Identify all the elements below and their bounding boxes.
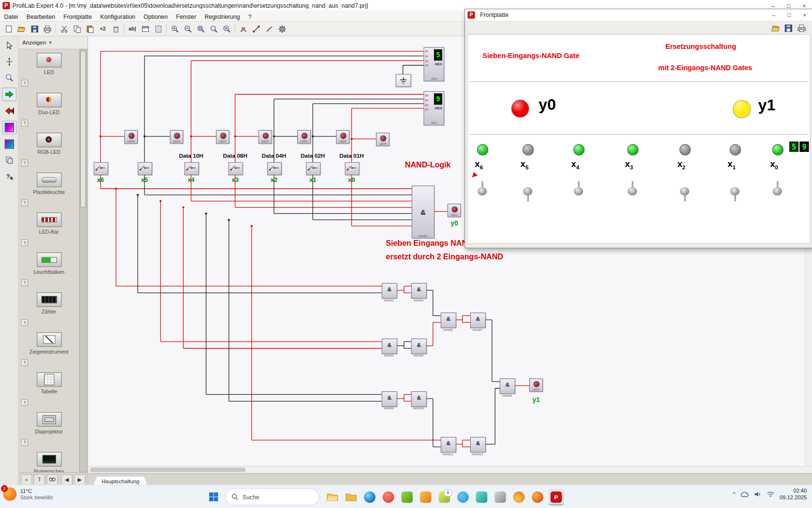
nand-gate[interactable]: &: [382, 391, 397, 407]
nand1-gate[interactable]: & NAND1: [412, 186, 435, 239]
palette-item-zaehler[interactable]: Zähler?: [19, 289, 79, 329]
taskbar-app-flame[interactable]: [511, 489, 527, 505]
taskbar-app-telegram[interactable]: [455, 489, 471, 505]
context-help-icon[interactable]: ?: [2, 170, 16, 182]
toggle-switch[interactable]: [626, 181, 638, 202]
switch-component[interactable]: [184, 162, 199, 175]
menu-fenster[interactable]: Fenster: [172, 13, 201, 19]
nand-gate[interactable]: &: [500, 378, 515, 394]
probe-tool-icon[interactable]: [262, 23, 276, 35]
led-component[interactable]: LED4: [297, 130, 311, 144]
panel-values-mode-icon[interactable]: [2, 138, 16, 150]
help-icon[interactable]: ?: [21, 359, 28, 366]
collapse-palette-icon[interactable]: «: [21, 474, 32, 485]
wifi-icon[interactable]: [767, 491, 775, 497]
palette-item-numerisches-display[interactable]: Numerisches Display?: [19, 448, 79, 472]
print-icon[interactable]: [41, 23, 54, 35]
led-component[interactable]: LED2: [529, 378, 543, 392]
volume-icon[interactable]: [754, 491, 762, 497]
menu-registrierung[interactable]: Registrierung: [201, 13, 244, 19]
toggle-switch[interactable]: [522, 181, 534, 202]
palette-item-plastikleuchte[interactable]: Plastikleuchte?: [19, 169, 79, 209]
led-component[interactable]: LED6: [336, 130, 349, 144]
weather-widget[interactable]: 2 11°C Stark bewölkt: [3, 487, 53, 501]
palette-item-leuchtbalken[interactable]: Leuchtbalken?: [19, 249, 79, 289]
led-component[interactable]: LED1: [448, 204, 461, 217]
help-icon[interactable]: ?: [21, 80, 28, 87]
text-tool-icon[interactable]: ab|: [126, 23, 139, 35]
ground-component[interactable]: [396, 74, 411, 87]
nand-gate[interactable]: &: [441, 313, 456, 328]
taskbar-app-profilab[interactable]: P: [549, 489, 564, 505]
cloud-icon[interactable]: [740, 491, 750, 497]
duplicate-window-icon[interactable]: [2, 154, 16, 166]
switch-component[interactable]: [229, 162, 243, 175]
led-component[interactable]: LED8: [376, 133, 390, 146]
palette-item-zeigerinstrument[interactable]: Zeigerinstrument?: [19, 329, 79, 369]
scrollbar-thumb[interactable]: [80, 51, 86, 208]
taskbar-app-orange[interactable]: [418, 489, 434, 505]
settings-gear-icon[interactable]: [276, 23, 289, 35]
palette-item-duo-led[interactable]: Duo-LED?: [19, 89, 79, 129]
open-icon[interactable]: [15, 23, 28, 35]
nand-gate[interactable]: &: [411, 283, 427, 299]
new-icon[interactable]: [2, 23, 15, 35]
taskbar-app-folder[interactable]: [343, 489, 359, 505]
zoom-tool-icon[interactable]: [2, 72, 16, 84]
led-component[interactable]: LED7: [216, 130, 230, 144]
taskbar-app-edge[interactable]: [362, 489, 377, 505]
start-button[interactable]: [205, 489, 221, 505]
palette-item-diaprojektor[interactable]: Diaprojektor?: [19, 408, 79, 448]
led-component[interactable]: LED9: [124, 130, 138, 144]
canvas-horizontal-scrollbar[interactable]: [88, 466, 812, 473]
help-icon[interactable]: ?: [21, 160, 28, 166]
panel-design-mode-icon[interactable]: [2, 121, 16, 134]
menu-bearbeiten[interactable]: Bearbeiten: [22, 13, 59, 19]
print-icon[interactable]: [797, 24, 806, 32]
tray-chevron-icon[interactable]: ^: [733, 491, 736, 497]
zoom-fit-icon[interactable]: [207, 23, 220, 35]
help-icon[interactable]: ?: [21, 319, 28, 326]
palette-scrollbar[interactable]: [79, 49, 87, 472]
taskbar-app-teal[interactable]: [474, 489, 489, 505]
search-input[interactable]: Suche: [225, 488, 319, 505]
nand-gate[interactable]: &: [411, 339, 427, 354]
wire-tool-icon[interactable]: [249, 23, 262, 35]
taskbar-clock[interactable]: 02:40 09.12.2025: [780, 487, 807, 501]
minimize-button[interactable]: –: [766, 10, 782, 20]
switch-component[interactable]: [267, 162, 282, 175]
menu-frontplatte[interactable]: Frontplatte: [59, 13, 96, 19]
paste-icon[interactable]: [84, 23, 97, 35]
open-icon[interactable]: [771, 24, 780, 32]
report-icon[interactable]: [152, 23, 165, 35]
palette-item-led-bar[interactable]: LED-Bar?: [19, 209, 79, 249]
frontplatte-titlebar[interactable]: P Frontplatte – □ ×: [465, 9, 812, 21]
help-icon[interactable]: ?: [21, 200, 28, 207]
help-icon[interactable]: ?: [21, 239, 28, 246]
toggle-switch[interactable]: [729, 181, 741, 202]
maximize-button[interactable]: □: [782, 10, 797, 20]
nand-gate[interactable]: &: [411, 391, 427, 407]
switch-component[interactable]: [94, 162, 108, 175]
switch-component[interactable]: [138, 162, 152, 175]
close-button[interactable]: ×: [797, 10, 812, 20]
zoom-selection-icon[interactable]: [220, 23, 233, 35]
cut-icon[interactable]: [58, 23, 71, 35]
nand-gate[interactable]: &: [382, 339, 397, 354]
scrollbar-thumb[interactable]: [90, 468, 245, 473]
help-icon[interactable]: ?: [21, 439, 28, 446]
taskbar-app-installer[interactable]: [493, 489, 508, 505]
help-icon[interactable]: ?: [21, 120, 28, 127]
stop-simulation-button[interactable]: [2, 105, 16, 117]
palette-item-rgb-led[interactable]: RGB-LED?: [19, 129, 79, 169]
menu-datei[interactable]: Datei: [0, 13, 22, 19]
nand-gate[interactable]: &: [470, 437, 486, 452]
next-page-icon[interactable]: ▶: [74, 474, 86, 485]
menu-optionen[interactable]: Optionen: [139, 13, 172, 19]
prev-page-icon[interactable]: ◀: [61, 474, 72, 485]
toggle-switch[interactable]: [476, 181, 489, 202]
save-icon[interactable]: [28, 23, 41, 35]
toggle-switch[interactable]: [771, 181, 783, 202]
search-components-icon[interactable]: [46, 474, 58, 485]
nand-gate[interactable]: &: [382, 283, 397, 299]
